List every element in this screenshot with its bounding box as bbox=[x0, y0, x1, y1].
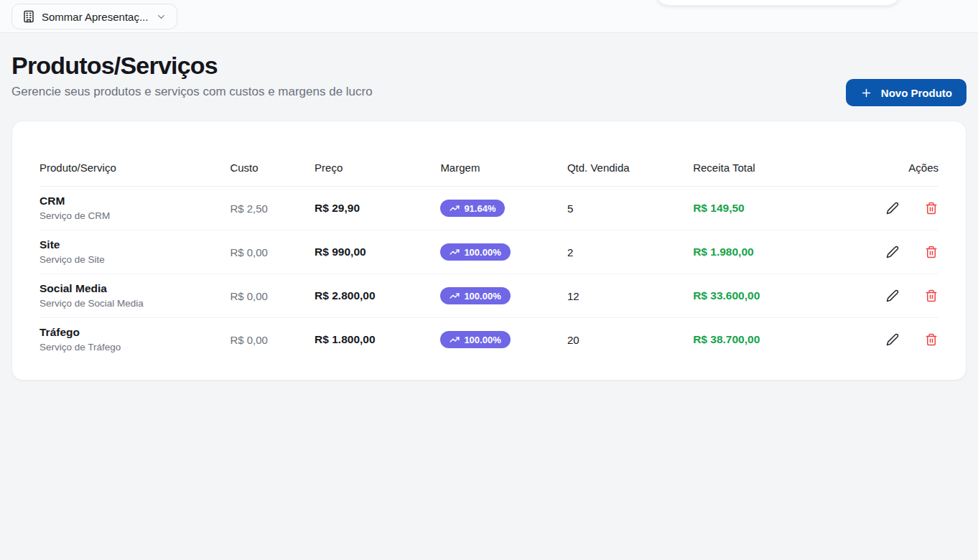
header-qtd-vendida: Qtd. Vendida bbox=[567, 143, 693, 187]
margin-badge: 100.00% bbox=[440, 331, 510, 348]
product-name: Social Media bbox=[39, 281, 230, 296]
delete-button[interactable] bbox=[921, 329, 942, 350]
delete-button[interactable] bbox=[921, 241, 942, 263]
product-quantity: 2 bbox=[567, 230, 693, 274]
trash-icon bbox=[925, 202, 938, 215]
header-custo: Custo bbox=[230, 143, 315, 187]
page-title: Produtos/Serviços bbox=[11, 52, 967, 80]
product-description: Serviço de Social Media bbox=[39, 297, 230, 310]
margin-value: 91.64% bbox=[464, 204, 495, 213]
table-header-row: Produto/Serviço Custo Preço Margem Qtd. … bbox=[39, 143, 939, 187]
header-acoes: Ações bbox=[882, 143, 939, 187]
product-cost: R$ 0,00 bbox=[230, 230, 315, 274]
product-price: R$ 29,90 bbox=[315, 187, 440, 230]
product-price: R$ 990,00 bbox=[315, 230, 440, 274]
edit-button[interactable] bbox=[882, 285, 903, 307]
delete-button[interactable] bbox=[921, 197, 942, 219]
header-margem: Margem bbox=[440, 143, 567, 187]
product-quantity: 20 bbox=[567, 318, 693, 362]
pencil-icon bbox=[886, 246, 899, 258]
product-cost: R$ 2,50 bbox=[230, 187, 315, 230]
trending-up-icon bbox=[450, 247, 460, 257]
products-card: Produto/Serviço Custo Preço Margem Qtd. … bbox=[11, 121, 967, 381]
trash-icon bbox=[925, 289, 938, 302]
margin-value: 100.00% bbox=[464, 291, 500, 301]
table-row: Site Serviço de Site R$ 0,00 R$ 990,00 1… bbox=[39, 230, 939, 274]
trending-up-icon bbox=[450, 335, 460, 345]
product-name: Site bbox=[39, 238, 230, 252]
cutoff-floating-panel bbox=[655, 0, 901, 6]
product-description: Serviço de CRM bbox=[39, 209, 230, 223]
header-produto-servico: Produto/Serviço bbox=[39, 143, 230, 187]
page-subtitle: Gerencie seus produtos e serviços com cu… bbox=[11, 85, 967, 99]
header-receita-total: Receita Total bbox=[693, 143, 882, 187]
product-name: Tráfego bbox=[39, 325, 230, 340]
new-product-button[interactable]: Novo Produto bbox=[846, 79, 967, 106]
product-quantity: 12 bbox=[567, 274, 693, 318]
company-selector-label: Sommar Apresentaç... bbox=[42, 11, 148, 23]
new-product-button-label: Novo Produto bbox=[881, 87, 952, 99]
edit-button[interactable] bbox=[882, 329, 903, 350]
product-price: R$ 1.800,00 bbox=[315, 318, 440, 362]
product-quantity: 5 bbox=[567, 187, 693, 230]
chevron-down-icon bbox=[156, 11, 167, 22]
delete-button[interactable] bbox=[921, 285, 942, 307]
trending-up-icon bbox=[450, 203, 460, 213]
table-row: Tráfego Serviço de Tráfego R$ 0,00 R$ 1.… bbox=[39, 318, 939, 362]
margin-badge: 91.64% bbox=[440, 200, 505, 217]
product-revenue: R$ 1.980,00 bbox=[693, 230, 882, 274]
product-revenue: R$ 149,50 bbox=[693, 187, 882, 230]
product-name: CRM bbox=[39, 194, 230, 208]
product-revenue: R$ 38.700,00 bbox=[693, 318, 882, 362]
products-table: Produto/Serviço Custo Preço Margem Qtd. … bbox=[39, 143, 939, 361]
plus-icon bbox=[860, 87, 872, 99]
table-row: CRM Serviço de CRM R$ 2,50 R$ 29,90 91.6… bbox=[39, 187, 939, 230]
margin-badge: 100.00% bbox=[440, 287, 510, 304]
product-price: R$ 2.800,00 bbox=[315, 274, 440, 318]
pencil-icon bbox=[886, 202, 899, 215]
edit-button[interactable] bbox=[882, 197, 903, 219]
topbar: Sommar Apresentaç... bbox=[0, 0, 978, 33]
trash-icon bbox=[925, 333, 938, 346]
edit-button[interactable] bbox=[882, 241, 903, 263]
pencil-icon bbox=[886, 333, 899, 346]
product-description: Serviço de Tráfego bbox=[39, 340, 230, 354]
product-revenue: R$ 33.600,00 bbox=[693, 274, 882, 318]
trending-up-icon bbox=[450, 291, 460, 301]
table-body: CRM Serviço de CRM R$ 2,50 R$ 29,90 91.6… bbox=[39, 187, 939, 362]
header-preco: Preço bbox=[315, 143, 440, 187]
margin-badge: 100.00% bbox=[440, 243, 510, 261]
page-header: Produtos/Serviços Gerencie seus produtos… bbox=[0, 33, 978, 99]
building-icon bbox=[22, 10, 35, 23]
product-cost: R$ 0,00 bbox=[230, 318, 315, 362]
margin-value: 100.00% bbox=[464, 335, 500, 345]
company-selector-dropdown[interactable]: Sommar Apresentaç... bbox=[11, 4, 177, 29]
table-row: Social Media Serviço de Social Media R$ … bbox=[39, 274, 939, 318]
trash-icon bbox=[925, 246, 938, 258]
pencil-icon bbox=[886, 289, 899, 302]
product-cost: R$ 0,00 bbox=[230, 274, 315, 318]
margin-value: 100.00% bbox=[464, 248, 500, 257]
product-description: Serviço de Site bbox=[39, 253, 230, 266]
